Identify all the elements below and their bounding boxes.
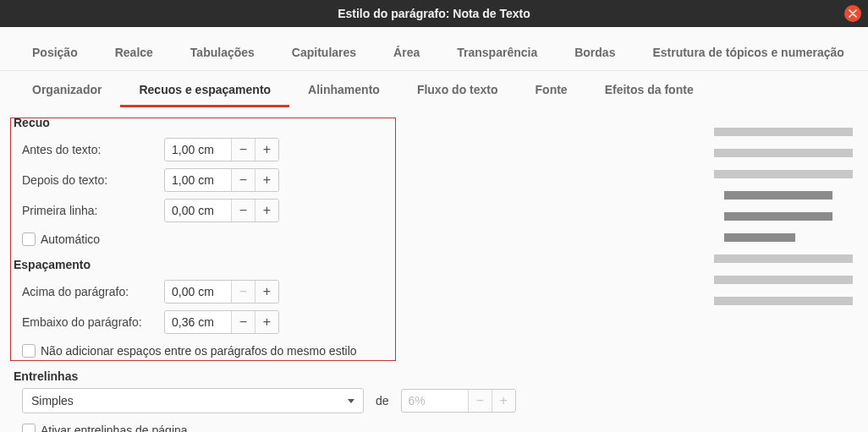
spin-first-line: − + <box>164 199 279 222</box>
dropdown-linespacing[interactable]: Simples <box>22 388 364 413</box>
checkbox-automatic[interactable] <box>22 232 36 246</box>
tab-recuos-espacamento[interactable]: Recuos e espaçamento <box>120 76 289 107</box>
row-no-add-space: Não adicionar espaços entre os parágrafo… <box>22 341 858 361</box>
row-activate-page-linespacing: Ativar entrelinhas de página <box>22 420 858 432</box>
spin-before-text-minus[interactable]: − <box>231 139 255 161</box>
input-before-text[interactable] <box>165 139 231 161</box>
spin-below-paragraph-minus[interactable]: − <box>231 311 255 333</box>
preview-panel <box>714 128 853 305</box>
preview-line <box>714 297 853 305</box>
preview-line-indent <box>724 233 795 242</box>
preview-line-indent <box>724 212 832 221</box>
tab-posicao[interactable]: Posição <box>14 39 96 70</box>
preview-line <box>714 170 853 178</box>
tab-area[interactable]: Área <box>375 39 438 70</box>
close-button[interactable] <box>844 5 861 22</box>
spin-linespacing-value: − + <box>401 389 516 413</box>
tab-transparencia[interactable]: Transparência <box>438 39 556 70</box>
window-title: Estilo do parágrafo: Nota de Texto <box>338 7 530 20</box>
label-before-text: Antes do texto: <box>22 143 164 156</box>
spin-above-paragraph-plus[interactable]: + <box>255 281 278 303</box>
chevron-down-icon <box>348 399 354 403</box>
tab-bordas[interactable]: Bordas <box>556 39 634 70</box>
tab-realce[interactable]: Realce <box>96 39 172 70</box>
label-activate-page-linespacing: Ativar entrelinhas de página <box>41 424 188 432</box>
label-above-paragraph: Acima do parágrafo: <box>22 285 164 298</box>
input-after-text[interactable] <box>165 169 231 191</box>
preview-line <box>714 149 853 157</box>
checkbox-activate-page-linespacing[interactable] <box>22 424 36 432</box>
spin-linespacing-plus: + <box>492 390 515 412</box>
input-above-paragraph[interactable] <box>165 281 231 303</box>
dropdown-linespacing-value: Simples <box>31 394 74 407</box>
spin-first-line-plus[interactable]: + <box>255 200 278 221</box>
spin-above-paragraph: − + <box>164 280 279 303</box>
tab-tabulacoes[interactable]: Tabulações <box>172 39 273 70</box>
label-after-text: Depois do texto: <box>22 173 164 187</box>
spin-below-paragraph: − + <box>164 310 279 334</box>
titlebar: Estilo do parágrafo: Nota de Texto <box>0 0 868 27</box>
section-title-linespacing: Entrelinhas <box>14 369 858 383</box>
spin-after-text: − + <box>164 168 279 192</box>
preview-line-indent <box>724 191 832 200</box>
preview-line <box>714 128 853 136</box>
tab-organizador[interactable]: Organizador <box>14 76 120 107</box>
label-automatic: Automático <box>41 232 100 246</box>
tab-fluxo-texto[interactable]: Fluxo do texto <box>398 76 517 107</box>
tab-capitulares[interactable]: Capitulares <box>273 39 375 70</box>
spin-first-line-minus[interactable]: − <box>231 200 255 221</box>
label-first-line: Primeira linha: <box>22 204 164 217</box>
row-linespacing: Simples de − + <box>22 388 858 413</box>
close-icon <box>849 9 857 18</box>
tab-estrutura[interactable]: Estrutura de tópicos e numeração <box>634 39 862 70</box>
input-below-paragraph[interactable] <box>165 311 231 333</box>
tabs-top: Posição Realce Tabulações Capitulares Ár… <box>0 27 868 71</box>
tab-alinhamento[interactable]: Alinhamento <box>289 76 398 107</box>
spin-below-paragraph-plus[interactable]: + <box>255 311 278 333</box>
tab-efeitos-fonte[interactable]: Efeitos da fonte <box>586 76 712 107</box>
preview-line <box>714 276 853 284</box>
spin-before-text: − + <box>164 138 279 161</box>
checkbox-no-add-space[interactable] <box>22 344 36 358</box>
tab-fonte[interactable]: Fonte <box>517 76 586 107</box>
input-linespacing-value <box>402 390 468 412</box>
label-no-add-space: Não adicionar espaços entre os parágrafo… <box>41 344 357 358</box>
preview-line <box>714 254 853 263</box>
spin-after-text-minus[interactable]: − <box>231 169 255 191</box>
label-below-paragraph: Embaixo do parágrafo: <box>22 315 164 329</box>
label-de: de <box>376 394 389 407</box>
spin-after-text-plus[interactable]: + <box>255 169 278 191</box>
spin-above-paragraph-minus: − <box>231 281 255 303</box>
input-first-line[interactable] <box>165 200 231 221</box>
row-below-paragraph: Embaixo do parágrafo: − + <box>22 307 858 337</box>
spin-linespacing-minus: − <box>468 390 492 412</box>
content-pane: Recuo Antes do texto: − + Depois do text… <box>0 116 868 432</box>
tabs-sub: Organizador Recuos e espaçamento Alinham… <box>0 71 868 107</box>
spin-before-text-plus[interactable]: + <box>255 139 278 161</box>
